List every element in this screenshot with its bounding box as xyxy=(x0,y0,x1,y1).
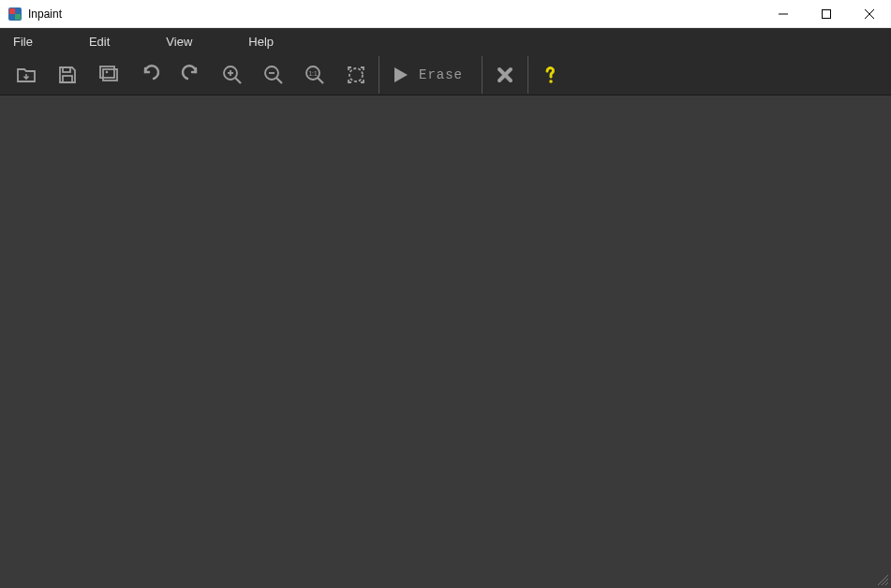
help-button[interactable] xyxy=(530,56,572,94)
svg-point-25 xyxy=(549,80,553,83)
images-stack-icon xyxy=(97,64,120,86)
redo-button[interactable] xyxy=(171,56,212,94)
paste-image-button[interactable] xyxy=(88,56,129,94)
menu-help[interactable]: Help xyxy=(239,31,283,52)
svg-line-28 xyxy=(885,582,888,585)
zoom-out-icon xyxy=(262,64,285,86)
svg-rect-1 xyxy=(9,8,15,14)
zoom-out-button[interactable] xyxy=(253,56,294,94)
zoom-1to1-icon: 1:1 xyxy=(304,64,326,86)
menubar: File Edit View Help xyxy=(0,28,891,54)
menu-view[interactable]: View xyxy=(156,31,201,52)
undo-icon xyxy=(139,64,161,86)
svg-line-20 xyxy=(318,78,323,83)
window-controls xyxy=(762,0,891,27)
app-icon xyxy=(7,7,22,22)
window-title: Inpaint xyxy=(28,7,62,21)
toolbar: 1:1 Erase xyxy=(0,54,891,96)
minimize-button[interactable] xyxy=(762,0,805,27)
redo-icon xyxy=(180,64,202,86)
svg-point-11 xyxy=(106,70,109,73)
svg-rect-8 xyxy=(63,76,72,82)
svg-rect-4 xyxy=(823,9,831,18)
zoom-in-icon xyxy=(221,64,244,86)
maximize-button[interactable] xyxy=(805,0,848,27)
resize-grip-icon[interactable] xyxy=(876,573,889,586)
open-folder-icon xyxy=(15,64,37,86)
zoom-in-button[interactable] xyxy=(212,56,253,94)
titlebar: Inpaint xyxy=(0,0,891,28)
save-floppy-icon xyxy=(56,64,79,86)
svg-rect-7 xyxy=(63,67,70,72)
svg-point-22 xyxy=(349,68,363,81)
play-icon xyxy=(389,64,411,86)
menu-edit[interactable]: Edit xyxy=(80,31,119,52)
erase-button[interactable]: Erase xyxy=(381,56,480,94)
zoom-fit-icon xyxy=(345,64,367,86)
zoom-fit-button[interactable] xyxy=(335,56,377,94)
svg-text:1:1: 1:1 xyxy=(308,70,317,77)
svg-line-17 xyxy=(276,78,282,83)
toolbar-separator xyxy=(379,56,379,94)
close-button[interactable] xyxy=(848,0,891,27)
toolbar-separator xyxy=(482,56,483,94)
canvas-area[interactable] xyxy=(0,96,891,588)
svg-line-13 xyxy=(235,78,241,83)
open-button[interactable] xyxy=(6,56,47,94)
question-icon xyxy=(540,64,562,86)
toolbar-separator xyxy=(527,56,528,94)
menu-file[interactable]: File xyxy=(4,31,42,52)
svg-line-27 xyxy=(882,579,888,585)
erase-label: Erase xyxy=(419,67,463,82)
cancel-button[interactable] xyxy=(484,56,526,94)
undo-button[interactable] xyxy=(129,56,171,94)
svg-rect-2 xyxy=(15,14,21,20)
save-button[interactable] xyxy=(47,56,88,94)
x-icon xyxy=(494,64,516,86)
zoom-actual-button[interactable]: 1:1 xyxy=(294,56,335,94)
